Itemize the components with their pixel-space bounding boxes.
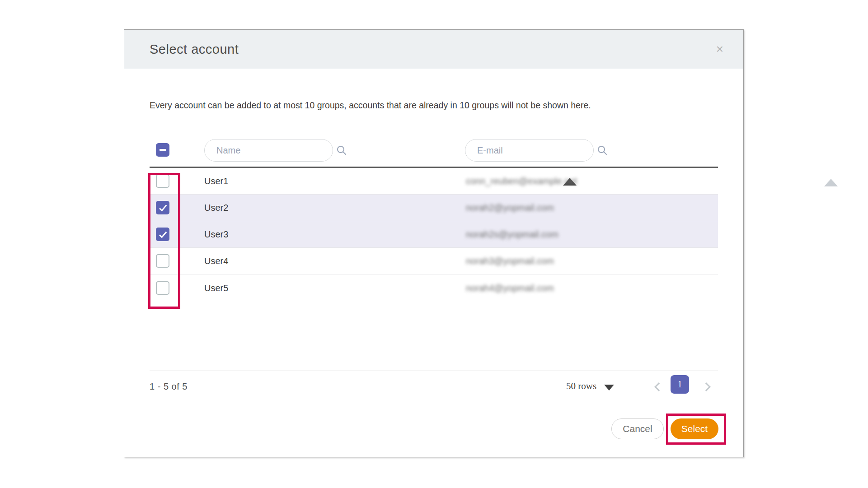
indeterminate-dash-icon	[160, 149, 166, 151]
dialog-header: Select account ×	[124, 30, 743, 69]
select-button[interactable]: Select	[671, 418, 718, 439]
table-row[interactable]: User4 norah3@yopmail.com	[150, 248, 718, 274]
previous-page-icon[interactable]	[654, 382, 663, 391]
select-account-dialog: Select account × Every account can be ad…	[124, 29, 744, 457]
row-name: User1	[204, 176, 228, 186]
table-row[interactable]: User2 norah2@yopmail.com	[150, 195, 718, 221]
email-sort-icon[interactable]	[824, 179, 838, 186]
pagination-range-label: 1 - 5 of 5	[150, 381, 188, 392]
row-checkbox[interactable]	[156, 281, 169, 295]
rows-per-page-select[interactable]: 50 rows	[566, 381, 596, 392]
search-icon	[597, 145, 608, 156]
chevron-down-icon[interactable]	[604, 385, 614, 390]
row-checkbox[interactable]	[156, 174, 169, 188]
row-checkbox[interactable]	[156, 254, 169, 268]
dialog-description: Every account can be added to at most 10…	[150, 100, 591, 111]
select-all-checkbox[interactable]	[156, 143, 169, 157]
next-page-icon[interactable]	[702, 382, 711, 391]
table-row[interactable]: User3 norah2s@yopmail.com	[150, 221, 718, 248]
email-filter-field[interactable]	[465, 139, 594, 162]
cancel-button[interactable]: Cancel	[611, 418, 664, 439]
row-name: User2	[204, 203, 228, 213]
dialog-title: Select account	[150, 42, 239, 57]
check-icon	[158, 203, 168, 213]
row-email: norah4@yopmail.com	[466, 283, 554, 293]
check-icon	[158, 229, 168, 239]
row-name: User3	[204, 229, 228, 240]
close-icon[interactable]: ×	[716, 43, 723, 56]
row-email: norah3@yopmail.com	[466, 256, 554, 266]
table-row[interactable]: User1 conn_reuben@example.net	[150, 168, 718, 195]
row-name: User4	[204, 256, 228, 266]
row-email: conn_reuben@example.net	[466, 176, 577, 186]
row-email: norah2@yopmail.com	[466, 203, 554, 213]
search-icon	[336, 145, 347, 156]
name-filter-field[interactable]	[204, 139, 333, 162]
email-filter-input[interactable]	[477, 145, 597, 156]
table-row[interactable]: User5 norah4@yopmail.com	[150, 274, 718, 301]
row-name: User5	[204, 283, 228, 293]
row-email: norah2s@yopmail.com	[466, 229, 558, 240]
row-checkbox[interactable]	[156, 201, 169, 214]
table-body: User1 conn_reuben@example.net User2 nora…	[150, 168, 718, 301]
footer-divider	[150, 371, 718, 371]
name-filter-input[interactable]	[216, 145, 336, 156]
page-number-button[interactable]: 1	[671, 375, 689, 394]
row-checkbox[interactable]	[156, 228, 169, 241]
